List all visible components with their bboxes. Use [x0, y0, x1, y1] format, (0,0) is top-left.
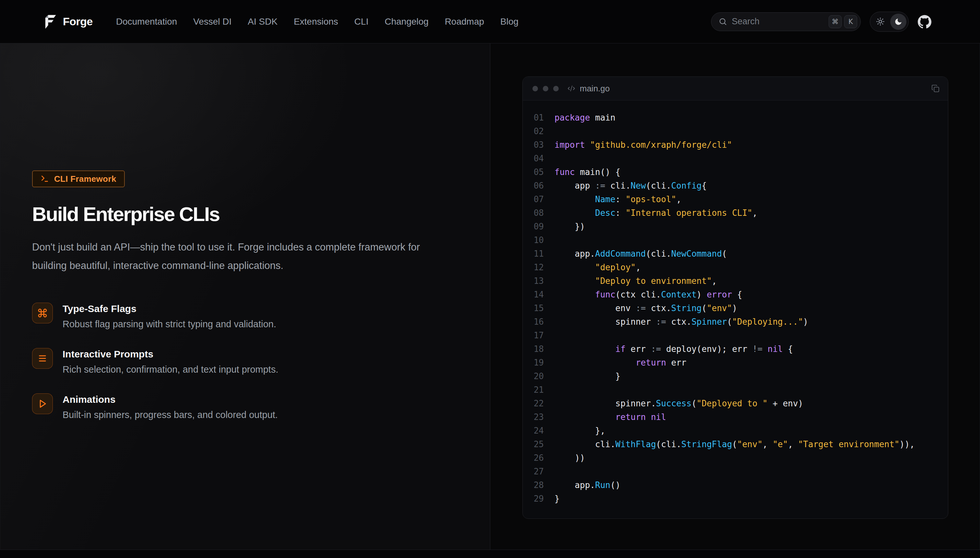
line-number: 28 — [523, 478, 544, 492]
code-token: { — [732, 290, 742, 299]
feature-description: Rich selection, confirmation, and text i… — [62, 363, 278, 376]
code-line: 22 spinner.Success("Deployed to " + env) — [523, 397, 948, 410]
line-number: 24 — [523, 424, 544, 437]
code-token: "deploy" — [595, 263, 635, 272]
code-line: 26 )) — [523, 451, 948, 464]
code-line: 27 — [523, 464, 948, 478]
footer-strip — [0, 550, 980, 557]
nav-link-documentation[interactable]: Documentation — [116, 16, 177, 27]
code-token: nil — [767, 344, 783, 354]
code-token: , — [712, 276, 717, 286]
kbd-cmd: ⌘ — [829, 15, 842, 28]
code-token: , — [763, 440, 773, 449]
code-token: )) — [555, 453, 585, 463]
line-number: 13 — [523, 274, 544, 288]
code-line: 02 — [523, 125, 948, 138]
code-line: 20 } — [523, 369, 948, 383]
nav-link-blog[interactable]: Blog — [501, 16, 519, 27]
code-token — [763, 344, 768, 354]
nav-link-extensions[interactable]: Extensions — [294, 16, 338, 27]
code-token: app. — [555, 249, 595, 259]
nav-link-cli[interactable]: CLI — [354, 16, 368, 27]
page: Forge DocumentationVessel DIAI SDKExtens… — [0, 0, 980, 557]
code-token: }, — [555, 426, 606, 435]
line-number: 23 — [523, 410, 544, 424]
code-token: spinner — [555, 317, 656, 327]
code-token: func — [555, 167, 575, 177]
code-token: : — [616, 208, 625, 218]
line-number: 16 — [523, 315, 544, 328]
code-token: () — [610, 480, 620, 490]
code-token: : — [616, 194, 625, 204]
code-window-header: main.go — [523, 77, 948, 100]
code-token: "Deploy to environment" — [595, 276, 712, 286]
code-token — [555, 412, 616, 422]
code-line: 06 app := cli.New(cli.Config{ — [523, 179, 948, 192]
list-icon — [32, 348, 53, 369]
nav-link-roadmap[interactable]: Roadmap — [445, 16, 484, 27]
hero-right-column: main.go 01package main0203import "github… — [490, 43, 980, 550]
code-token: "Deployed to " — [696, 399, 767, 408]
line-number: 15 — [523, 301, 544, 315]
nav-link-vessel-di[interactable]: Vessel DI — [193, 16, 231, 27]
sun-icon[interactable] — [872, 14, 888, 30]
copy-button[interactable] — [931, 85, 939, 93]
code-token: + env) — [767, 399, 803, 408]
code-token: ) — [732, 303, 737, 313]
code-token: } — [555, 494, 560, 504]
code-token: ) — [696, 290, 706, 299]
code-token: "Internal operations CLI" — [625, 208, 752, 218]
github-link[interactable] — [918, 15, 931, 28]
code-line: 05func main() { — [523, 165, 948, 179]
top-nav: Forge DocumentationVessel DIAI SDKExtens… — [0, 0, 980, 43]
code-token: env — [555, 303, 635, 313]
feature-text: Interactive PromptsRich selection, confi… — [62, 348, 278, 376]
code-token: "ops-tool" — [625, 194, 676, 204]
feature-text: Type-Safe FlagsRobust flag parsing with … — [62, 303, 276, 330]
feature-item: AnimationsBuilt-in spinners, progress ba… — [32, 393, 490, 421]
line-number: 22 — [523, 397, 544, 410]
search-input[interactable]: Search ⌘ K — [711, 12, 861, 31]
window-dot — [532, 86, 538, 91]
nav-link-ai-sdk[interactable]: AI SDK — [248, 16, 278, 27]
code-token — [555, 194, 595, 204]
code-token: ) — [803, 317, 808, 327]
line-number: 10 — [523, 233, 544, 247]
code-line: 11 app.AddCommand(cli.NewCommand( — [523, 247, 948, 261]
line-number: 09 — [523, 220, 544, 233]
theme-toggle[interactable] — [870, 11, 909, 32]
brand[interactable]: Forge — [42, 14, 93, 30]
line-number: 20 — [523, 369, 544, 383]
copy-icon — [931, 85, 939, 93]
line-number: 27 — [523, 464, 544, 478]
feature-text: AnimationsBuilt-in spinners, progress ba… — [62, 393, 278, 421]
nav-link-changelog[interactable]: Changelog — [385, 16, 428, 27]
code-token: app — [555, 181, 595, 190]
line-number: 11 — [523, 247, 544, 261]
code-line: 12 "deploy", — [523, 261, 948, 274]
hero-description: Don't just build an API—ship the tool to… — [32, 238, 434, 275]
code-token — [555, 276, 595, 286]
code-line: 28 app.Run() — [523, 478, 948, 492]
filename: main.go — [580, 84, 610, 94]
line-number: 25 — [523, 437, 544, 451]
brand-name: Forge — [63, 15, 93, 28]
feature-description: Robust flag parsing with strict typing a… — [62, 318, 276, 330]
moon-icon[interactable] — [890, 14, 906, 30]
code-token: } — [555, 371, 621, 381]
code-token: Config — [671, 181, 702, 190]
code-token: ( — [691, 399, 697, 408]
page-title: Build Enterprise CLIs — [32, 202, 490, 226]
line-number: 08 — [523, 206, 544, 220]
code-token: Desc — [595, 208, 616, 218]
code-token: AddCommand — [595, 249, 646, 259]
code-token: , — [788, 440, 798, 449]
search-icon — [719, 17, 727, 26]
code-token: Success — [656, 399, 691, 408]
code-token: { — [783, 344, 793, 354]
code-line: 01package main — [523, 111, 948, 125]
code-token: err — [625, 344, 651, 354]
code-line: 13 "Deploy to environment", — [523, 274, 948, 288]
code-token — [555, 344, 616, 354]
line-number: 01 — [523, 111, 544, 125]
